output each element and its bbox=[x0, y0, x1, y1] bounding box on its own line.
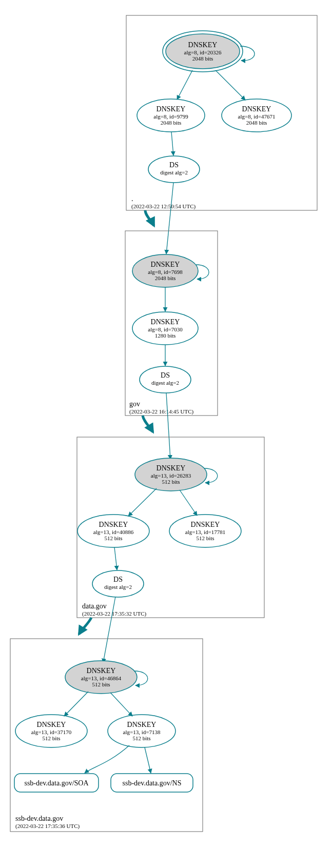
svg-text:DNSKEY: DNSKEY bbox=[151, 261, 180, 268]
node-root-ksk: DNSKEY alg=8, id=20326 2048 bits bbox=[163, 31, 243, 72]
zone-ssb-dev: ssb-dev.data.gov (2022-03-22 17:35:36 UT… bbox=[10, 639, 203, 832]
svg-text:512 bits: 512 bits bbox=[104, 535, 122, 541]
svg-text:DNSKEY: DNSKEY bbox=[242, 105, 271, 113]
svg-text:alg=13, id=37170: alg=13, id=37170 bbox=[31, 729, 72, 735]
svg-text:DNSKEY: DNSKEY bbox=[157, 105, 186, 113]
edge-dg-zsk-ds bbox=[114, 547, 117, 570]
zone-gov-label: gov bbox=[129, 400, 140, 408]
svg-text:alg=8, id=7698: alg=8, id=7698 bbox=[148, 269, 183, 275]
edge-dg-to-ssbdev bbox=[79, 618, 91, 634]
node-root-ds: DS digest alg=2 bbox=[148, 156, 200, 183]
svg-text:512 bits: 512 bits bbox=[196, 535, 214, 541]
edge-root-zsk-ds bbox=[171, 132, 173, 155]
svg-text:2048 bits: 2048 bits bbox=[192, 55, 213, 62]
svg-text:(2022-03-22 16:14:45 UTC): (2022-03-22 16:14:45 UTC) bbox=[129, 408, 194, 415]
node-sd-zsk2: DNSKEY alg=13, id=7138 512 bits bbox=[108, 715, 175, 747]
svg-text:2048 bits: 2048 bits bbox=[246, 120, 267, 126]
svg-text:512 bits: 512 bits bbox=[162, 479, 180, 485]
svg-text:1280 bits: 1280 bits bbox=[155, 332, 176, 339]
svg-text:alg=8, id=47671: alg=8, id=47671 bbox=[238, 113, 276, 120]
node-gov-ksk: DNSKEY alg=8, id=7698 2048 bits bbox=[132, 254, 198, 287]
svg-text:ssb-dev.data.gov/NS: ssb-dev.data.gov/NS bbox=[123, 779, 182, 787]
svg-text:512 bits: 512 bits bbox=[42, 735, 60, 741]
node-sd-ksk: DNSKEY alg=13, id=46864 512 bits bbox=[65, 661, 137, 694]
edge-root-ksk-extra bbox=[216, 70, 245, 100]
svg-text:alg=13, id=46864: alg=13, id=46864 bbox=[81, 675, 122, 681]
svg-text:digest alg=2: digest alg=2 bbox=[151, 380, 179, 386]
svg-text:ssb-dev.data.gov: ssb-dev.data.gov bbox=[15, 815, 63, 822]
svg-text:DNSKEY: DNSKEY bbox=[37, 721, 66, 728]
svg-text:(2022-03-22 17:35:32 UTC): (2022-03-22 17:35:32 UTC) bbox=[82, 610, 147, 617]
svg-text:2048 bits: 2048 bits bbox=[161, 120, 182, 126]
svg-text:ssb-dev.data.gov/SOA: ssb-dev.data.gov/SOA bbox=[24, 779, 89, 787]
svg-text:digest alg=2: digest alg=2 bbox=[104, 584, 132, 590]
node-gov-zsk: DNSKEY alg=8, id=7030 1280 bits bbox=[132, 312, 198, 345]
svg-text:data.gov: data.gov bbox=[82, 602, 107, 610]
node-dg-ksk: DNSKEY alg=13, id=26283 512 bits bbox=[135, 458, 207, 491]
edge-sd-zsk2-soa bbox=[85, 745, 129, 773]
node-sd-ns: ssb-dev.data.gov/NS bbox=[111, 774, 193, 792]
edge-gov-ds-dg-ksk bbox=[166, 393, 170, 459]
node-root-zsk: DNSKEY alg=8, id=9799 2048 bits bbox=[137, 99, 205, 132]
zone-root-timestamp: (2022-03-22 12:50:54 UTC) bbox=[131, 203, 196, 210]
svg-text:DNSKEY: DNSKEY bbox=[188, 41, 218, 49]
edge-dg-ksk-zsk bbox=[128, 488, 157, 516]
node-dg-extra: DNSKEY alg=13, id=17781 512 bits bbox=[169, 515, 241, 547]
svg-text:alg=13, id=40886: alg=13, id=40886 bbox=[93, 529, 134, 535]
svg-text:DNSKEY: DNSKEY bbox=[127, 721, 157, 728]
svg-text:DS: DS bbox=[169, 161, 179, 169]
edge-sd-ksk-zsk1 bbox=[64, 692, 88, 716]
svg-text:DNSKEY: DNSKEY bbox=[151, 318, 180, 326]
svg-text:DNSKEY: DNSKEY bbox=[191, 521, 220, 528]
zone-root-label: . bbox=[131, 195, 133, 203]
svg-text:DS: DS bbox=[113, 576, 123, 583]
edge-gov-to-datagov bbox=[143, 416, 153, 432]
zone-gov: gov (2022-03-22 16:14:45 UTC) DNSKEY alg… bbox=[125, 231, 218, 416]
svg-text:(2022-03-22 17:35:36 UTC): (2022-03-22 17:35:36 UTC) bbox=[15, 823, 80, 830]
svg-text:512 bits: 512 bits bbox=[132, 735, 150, 741]
svg-text:DS: DS bbox=[161, 371, 170, 379]
node-sd-zsk1: DNSKEY alg=13, id=37170 512 bits bbox=[15, 715, 87, 747]
dnssec-diagram: . (2022-03-22 12:50:54 UTC) DNSKEY alg=8… bbox=[0, 0, 332, 868]
node-gov-ds: DS digest alg=2 bbox=[140, 366, 191, 393]
node-dg-zsk: DNSKEY alg=13, id=40886 512 bits bbox=[77, 515, 149, 547]
node-root-extra: DNSKEY alg=8, id=47671 2048 bits bbox=[222, 99, 291, 132]
svg-text:DNSKEY: DNSKEY bbox=[157, 464, 186, 472]
edge-dg-ksk-extra bbox=[180, 490, 197, 516]
svg-text:DNSKEY: DNSKEY bbox=[99, 521, 128, 528]
svg-text:digest alg=2: digest alg=2 bbox=[160, 169, 188, 175]
svg-text:alg=8, id=20326: alg=8, id=20326 bbox=[184, 49, 222, 55]
edge-root-ksk-zsk bbox=[177, 70, 192, 100]
edge-sd-zsk2-ns bbox=[145, 747, 151, 773]
edge-root-to-gov bbox=[145, 210, 154, 226]
svg-text:alg=13, id=17781: alg=13, id=17781 bbox=[185, 529, 225, 535]
svg-text:alg=8, id=9799: alg=8, id=9799 bbox=[153, 113, 188, 120]
svg-text:alg=13, id=7138: alg=13, id=7138 bbox=[123, 729, 161, 735]
svg-text:512 bits: 512 bits bbox=[92, 681, 110, 687]
svg-text:alg=8, id=7030: alg=8, id=7030 bbox=[148, 326, 183, 332]
svg-text:alg=13, id=26283: alg=13, id=26283 bbox=[151, 472, 191, 479]
svg-text:DNSKEY: DNSKEY bbox=[87, 667, 116, 675]
edge-sd-ksk-zsk2 bbox=[110, 693, 132, 716]
node-dg-ds: DS digest alg=2 bbox=[92, 570, 144, 597]
zone-root: . (2022-03-22 12:50:54 UTC) DNSKEY alg=8… bbox=[126, 15, 317, 210]
node-sd-soa: ssb-dev.data.gov/SOA bbox=[14, 774, 99, 792]
edge-root-ds-gov-ksk bbox=[166, 183, 173, 254]
zone-data-gov: data.gov (2022-03-22 17:35:32 UTC) DNSKE… bbox=[77, 437, 264, 618]
svg-text:2048 bits: 2048 bits bbox=[155, 275, 176, 281]
